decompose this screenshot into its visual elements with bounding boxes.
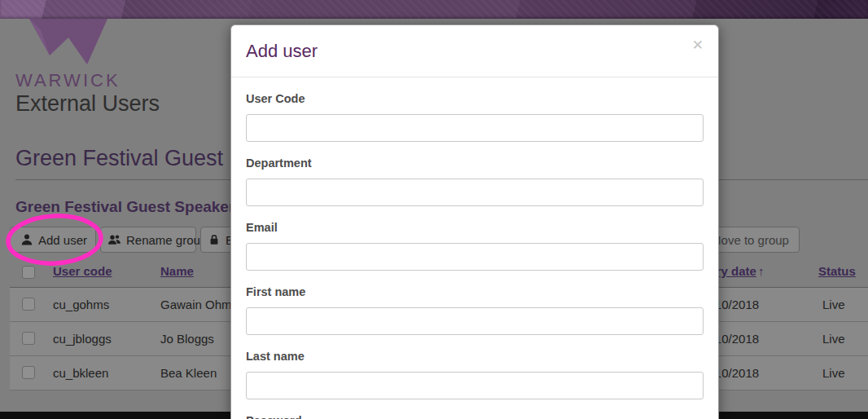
user-code-cell: cu_jbloggs [53, 322, 112, 355]
form-group-first-name: First name [246, 285, 704, 335]
name-cell: Bea Kleen [160, 356, 217, 390]
status-cell: Live [822, 322, 845, 355]
user-code-cell: cu_gohms [53, 288, 109, 321]
external-users-page: WARWICK External Users Green Festival Gu… [0, 0, 868, 419]
last-name-field[interactable] [246, 372, 704, 399]
form-group-email: Email [246, 221, 704, 271]
move-to-group-label: Move to group [711, 233, 789, 247]
rename-group-button[interactable]: Rename group [100, 227, 196, 253]
add-user-label: Add user [38, 233, 87, 247]
user-code-field[interactable] [246, 114, 704, 142]
column-header-name[interactable]: Name [160, 264, 194, 278]
user-code-label: User Code [246, 92, 704, 105]
first-name-label: First name [246, 285, 704, 298]
form-group-user-code: User Code [246, 92, 704, 142]
modal-header: Add user ✕ [231, 25, 718, 77]
close-icon[interactable]: ✕ [690, 37, 705, 54]
add-user-button[interactable]: Add user [10, 227, 96, 253]
row-checkbox[interactable] [22, 298, 35, 311]
add-user-modal: Add user ✕ User Code Department Email Fi… [230, 24, 719, 419]
row-checkbox[interactable] [22, 366, 35, 379]
email-label: Email [246, 221, 704, 234]
user-code-cell: cu_bkleen [53, 356, 108, 390]
department-field[interactable] [246, 179, 704, 206]
name-cell: Gawain Ohms [160, 288, 238, 321]
first-name-field[interactable] [246, 307, 704, 335]
row-checkbox[interactable] [22, 332, 35, 345]
email-field[interactable] [246, 243, 704, 271]
warwick-banner [0, 0, 868, 19]
group-section-heading: Green Festival Guest Speakers [15, 198, 243, 216]
status-cell: Live [822, 356, 845, 390]
modal-title: Add user [246, 41, 318, 62]
app-title: External Users [15, 91, 160, 117]
select-all-checkbox[interactable] [22, 266, 35, 279]
warwick-wordmark: WARWICK [15, 70, 121, 91]
user-icon [21, 234, 33, 245]
column-header-status[interactable]: Status [818, 264, 856, 278]
department-label: Department [246, 157, 704, 170]
lock-icon [208, 234, 220, 245]
modal-body: User Code Department Email First name La… [231, 77, 718, 419]
status-cell: Live [822, 288, 845, 321]
name-cell: Jo Bloggs [160, 322, 214, 355]
column-header-user-code[interactable]: User code [53, 264, 112, 278]
rename-group-label: Rename group [126, 233, 207, 247]
last-name-label: Last name [246, 350, 704, 363]
form-group-last-name: Last name [246, 350, 704, 399]
password-label: Password [246, 414, 704, 419]
warwick-w-logo-icon [29, 19, 107, 66]
form-group-department: Department [246, 157, 704, 206]
users-icon [108, 234, 121, 245]
form-group-password: Password [246, 414, 704, 419]
sort-ascending-icon: ↑ [758, 264, 765, 278]
